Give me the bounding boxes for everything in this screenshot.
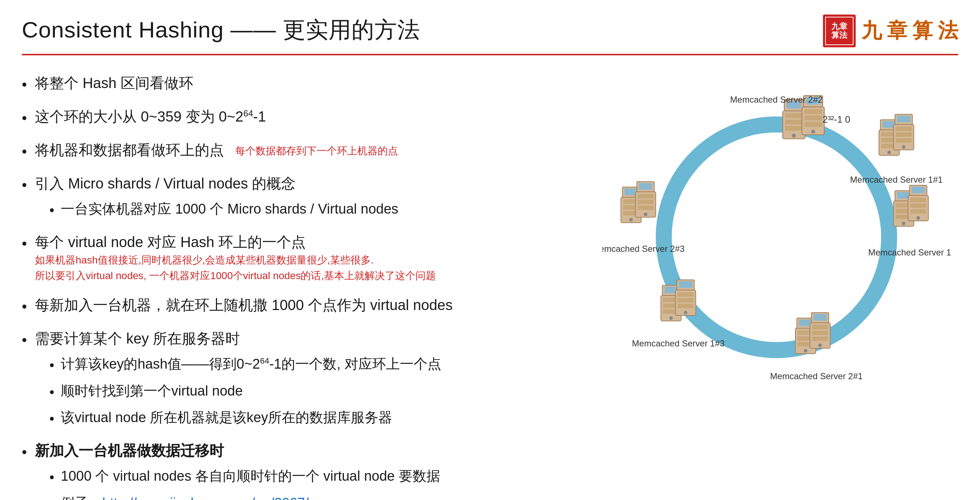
logo-area: 九章 算法 九 章 算 法 bbox=[823, 14, 958, 47]
bullet-4: • 引入 Micro shards / Virtual nodes 的概念 • … bbox=[22, 174, 580, 219]
sub-dot-4-1: • bbox=[49, 201, 54, 219]
label-1-1: Memcached Server 1#1 bbox=[850, 175, 943, 184]
sub-dot-8-2: • bbox=[49, 496, 54, 500]
bullet-dot-2: • bbox=[22, 109, 27, 127]
label-1-3: Memcached Server 1#3 bbox=[632, 339, 725, 348]
server-icon-1-1b bbox=[894, 114, 914, 150]
logo-box: 九章 算法 bbox=[823, 14, 856, 47]
header: Consistent Hashing —— 更实用的方法 九章 算法 九 章 算… bbox=[22, 14, 958, 47]
bullet-dot-6: • bbox=[22, 297, 27, 316]
logo-name: 九 章 算 法 bbox=[862, 17, 958, 45]
sub-bullet-7-3: • 该virtual node 所在机器就是该key所在的数据库服务器 bbox=[49, 409, 580, 428]
ring-svg: Memcached Server 2#2 2³²-1 0 Memcached S… bbox=[602, 81, 951, 394]
bullet-7: • 需要计算某个 key 所在服务器时 • 计算该key的hash值——得到0~… bbox=[22, 329, 580, 428]
sub-text-8-1: 1000 个 virtual nodes 各自向顺时针的一个 virtual n… bbox=[61, 467, 440, 485]
bullet-3: • 将机器和数据都看做环上的点 每个数据都存到下一个环上机器的点 bbox=[22, 141, 580, 161]
annotation-5a: 如果机器hash值很接近,同时机器很少,会造成某些机器数据量很少,某些很多. bbox=[35, 254, 580, 267]
server-icon-1-3b bbox=[675, 280, 696, 316]
bullet-5: • 每个 virtual node 对应 Hash 环上的一个点 如果机器has… bbox=[22, 233, 580, 283]
bullet-text-6: 每新加入一台机器，就在环上随机撒 1000 个点作为 virtual nodes bbox=[35, 296, 580, 315]
svg-rect-1 bbox=[602, 81, 612, 92]
bullet-dot-8: • bbox=[22, 442, 27, 462]
svg-point-0 bbox=[664, 125, 889, 350]
label-2-2: Memcached Server 2#2 bbox=[730, 94, 823, 104]
label-2-3: Memcached Server 2#3 bbox=[602, 244, 684, 254]
bullet-text-5: 每个 virtual node 对应 Hash 环上的一个点 如果机器hash值… bbox=[35, 233, 580, 283]
sub-dot-7-1: • bbox=[49, 356, 54, 374]
bullet-text-4: 引入 Micro shards / Virtual nodes 的概念 • 一台… bbox=[35, 174, 580, 219]
bullet-dot-4: • bbox=[22, 176, 27, 194]
server-icon-2-3b bbox=[635, 182, 656, 217]
sub-text-8-2: 例子：http://www.jiuzhang.com/qa/2067/ bbox=[61, 494, 309, 500]
page-title: Consistent Hashing —— 更实用的方法 bbox=[22, 14, 420, 45]
page-container: Consistent Hashing —— 更实用的方法 九章 算法 九 章 算… bbox=[0, 0, 980, 500]
label-1-2: Memcached Server 1#2 bbox=[869, 248, 951, 257]
right-panel: Memcached Server 2#2 2³²-1 0 Memcached S… bbox=[595, 73, 958, 500]
left-panel: • 将整个 Hash 区间看做环 • 这个环的大小从 0~359 变为 0~26… bbox=[22, 73, 580, 500]
annotation-3: 每个数据都存到下一个环上机器的点 bbox=[235, 145, 398, 157]
sub-text-4-1: 一台实体机器对应 1000 个 Micro shards / Virtual n… bbox=[61, 200, 398, 218]
server-icon-1-2b bbox=[908, 185, 928, 221]
bullet-8: • 新加入一台机器做数据迁移时 • 1000 个 virtual nodes 各… bbox=[22, 441, 580, 500]
logo-text-line2: 算法 bbox=[831, 31, 847, 40]
content: • 将整个 Hash 区间看做环 • 这个环的大小从 0~359 变为 0~26… bbox=[22, 73, 958, 500]
bullet-dot-5: • bbox=[22, 234, 27, 253]
label-2-1: Memcached Server 2#1 bbox=[770, 371, 863, 381]
bullet-dot-7: • bbox=[22, 331, 27, 349]
logo-box-inner: 九章 算法 bbox=[825, 17, 853, 45]
sub-bullet-4-1: • 一台实体机器对应 1000 个 Micro shards / Virtual… bbox=[49, 200, 580, 219]
bullet-text-7: 需要计算某个 key 所在服务器时 • 计算该key的hash值——得到0~26… bbox=[35, 329, 580, 428]
sub-text-7-3: 该virtual node 所在机器就是该key所在的数据库服务器 bbox=[61, 409, 392, 427]
sub-dot-7-3: • bbox=[49, 410, 54, 428]
bullet-text-2: 这个环的大小从 0~359 变为 0~264-1 bbox=[35, 107, 580, 126]
svg-rect-4 bbox=[602, 81, 610, 85]
logo-text-line1: 九章 bbox=[831, 22, 847, 31]
bullet-8-strong: 新加入一台机器做数据迁移时 bbox=[35, 442, 224, 458]
server-icon-2-1b bbox=[810, 313, 830, 348]
divider bbox=[22, 54, 958, 55]
bullet-text-1: 将整个 Hash 区间看做环 bbox=[35, 73, 580, 93]
sub-bullet-7-1: • 计算该key的hash值——得到0~264-1的一个数, 对应环上一个点 bbox=[49, 355, 580, 374]
bullet-text-8: 新加入一台机器做数据迁移时 • 1000 个 virtual nodes 各自向… bbox=[35, 441, 580, 500]
hash-label: 2³²-1 0 bbox=[822, 114, 851, 125]
bullet-1: • 将整个 Hash 区间看做环 bbox=[22, 73, 580, 94]
ring-diagram: Memcached Server 2#2 2³²-1 0 Memcached S… bbox=[602, 81, 951, 394]
bullet-2: • 这个环的大小从 0~359 变为 0~264-1 bbox=[22, 107, 580, 127]
sub-bullet-8-1: • 1000 个 virtual nodes 各自向顺时针的一个 virtual… bbox=[49, 467, 580, 487]
sub-bullet-7-2: • 顺时针找到第一个virtual node bbox=[49, 382, 580, 401]
sub-bullet-8-2: • 例子：http://www.jiuzhang.com/qa/2067/ bbox=[49, 494, 580, 500]
sub-text-7-1: 计算该key的hash值——得到0~264-1的一个数, 对应环上一个点 bbox=[61, 355, 441, 373]
bullet-dot-1: • bbox=[22, 75, 27, 94]
sub-text-7-2: 顺时针找到第一个virtual node bbox=[61, 382, 242, 400]
bullet-dot-3: • bbox=[22, 142, 27, 161]
svg-point-5 bbox=[602, 87, 604, 91]
link-jiuzhang[interactable]: http://www.jiuzhang.com/qa/2067/ bbox=[102, 495, 309, 500]
bullet-text-3: 将机器和数据都看做环上的点 每个数据都存到下一个环上机器的点 bbox=[35, 141, 580, 160]
annotation-5b: 所以要引入virtual nodes, 一个机器对应1000个virtual n… bbox=[35, 269, 580, 283]
bullet-6: • 每新加入一台机器，就在环上随机撒 1000 个点作为 virtual nod… bbox=[22, 296, 580, 316]
sub-dot-8-1: • bbox=[49, 469, 54, 487]
sub-dot-7-2: • bbox=[49, 383, 54, 401]
